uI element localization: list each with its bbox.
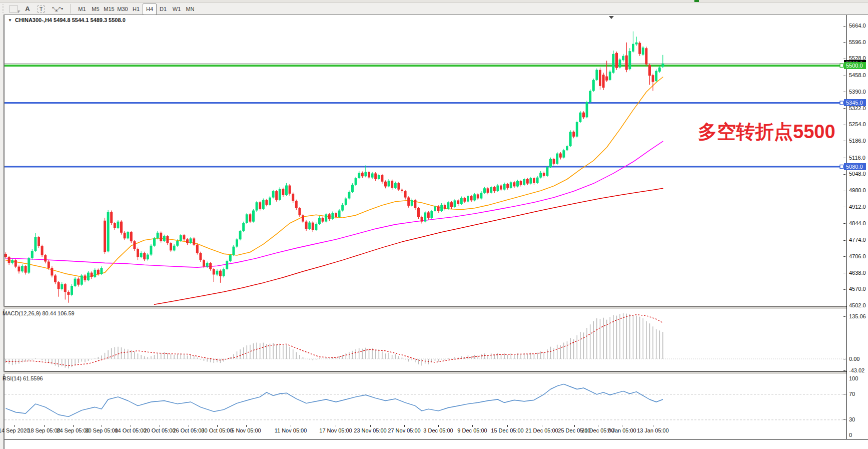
main-chart-canvas[interactable] xyxy=(5,15,846,306)
price-tick[interactable]: 4706.0 xyxy=(849,253,868,259)
price-tick[interactable]: 5048.0 xyxy=(849,171,868,177)
chart-title-collapse-icon[interactable]: ▼ xyxy=(8,18,12,23)
candle-body xyxy=(516,181,519,187)
time-tickmark xyxy=(291,425,291,427)
candle-body xyxy=(289,185,291,193)
price-tickmark xyxy=(843,289,845,290)
candle-body xyxy=(193,238,195,245)
candle-body xyxy=(74,279,77,286)
candle-body xyxy=(595,70,598,80)
time-axis-label[interactable]: 15 Dec 05:00 xyxy=(491,427,523,433)
candle-body xyxy=(295,201,298,208)
candle-body xyxy=(315,224,317,230)
time-axis-label[interactable]: 3 Dec 05:00 xyxy=(423,427,453,433)
candle-body xyxy=(282,189,284,195)
price-tick[interactable]: 5390.0 xyxy=(849,89,868,95)
timeframe-button-mn[interactable]: MN xyxy=(183,4,197,15)
candle-body xyxy=(628,51,631,69)
toolbar: F A T ⤡⤢ ▾ M1M5M15M30H1H4D1W1MN xyxy=(0,3,868,15)
macd-axis-label: 135.06 xyxy=(849,313,866,319)
price-tick[interactable]: 4774.0 xyxy=(849,237,868,243)
timeframe-button-m30[interactable]: M30 xyxy=(116,4,130,15)
price-tick[interactable]: 4502.0 xyxy=(849,302,868,308)
candle-body xyxy=(292,194,294,201)
timeframe-button-m1[interactable]: M1 xyxy=(75,4,89,15)
text-tool-button[interactable]: T xyxy=(35,4,47,14)
price-tick[interactable]: 4638.0 xyxy=(849,270,868,276)
candle-body xyxy=(223,269,225,276)
price-tick[interactable]: 5254.0 xyxy=(849,121,868,127)
candle-body xyxy=(569,132,572,146)
time-axis-label[interactable]: 20 Oct 05:00 xyxy=(144,427,176,433)
candle-body xyxy=(64,284,67,292)
price-tick[interactable]: 5458.0 xyxy=(849,72,868,78)
time-axis-label[interactable]: 14 Oct 05:00 xyxy=(115,427,147,433)
price-tick[interactable]: 4980.0 xyxy=(849,187,868,193)
candle-body xyxy=(279,189,281,200)
time-axis-label[interactable]: 23 Nov 05:00 xyxy=(354,427,386,433)
candle-body xyxy=(94,270,96,277)
candle-body xyxy=(661,64,664,67)
shapes-dropdown-button[interactable]: ⤡⤢ ▾ xyxy=(49,4,66,14)
price-tick[interactable]: 5116.0 xyxy=(849,155,868,161)
template-button[interactable]: F xyxy=(7,4,20,14)
time-axis-label[interactable]: 27 Nov 05:00 xyxy=(388,427,420,433)
candle-body xyxy=(586,102,588,117)
time-axis-label[interactable]: 18 Sep 05:00 xyxy=(28,427,60,433)
price-tick[interactable]: 4844.0 xyxy=(849,220,868,226)
candle-body xyxy=(424,212,426,221)
timeframe-button-h4[interactable]: H4 xyxy=(143,4,157,15)
candle-body xyxy=(97,270,100,274)
candle-body xyxy=(219,271,222,276)
time-axis-label[interactable]: 13 Jan 05:00 xyxy=(637,427,669,433)
candle-body xyxy=(381,175,383,182)
time-tickmark xyxy=(246,425,247,427)
candle-body xyxy=(5,254,7,257)
price-tickmark xyxy=(843,223,845,224)
candle-body xyxy=(473,194,476,200)
price-tick[interactable]: 5664.0 xyxy=(849,23,868,29)
time-axis-label[interactable]: 21 Dec 05:00 xyxy=(525,427,558,433)
timeframe-button-h1[interactable]: H1 xyxy=(129,4,143,15)
annotation-text-object[interactable]: 多空转折点5500 xyxy=(698,119,835,145)
time-axis-label[interactable]: 30 Sep 05:00 xyxy=(85,427,118,433)
candle-body xyxy=(619,60,621,68)
candle-body xyxy=(493,187,496,191)
candle-body xyxy=(368,172,370,178)
time-axis-label[interactable]: 9 Dec 05:00 xyxy=(457,427,487,433)
price-tick[interactable]: 4570.0 xyxy=(849,286,868,292)
price-tick[interactable]: 4912.0 xyxy=(849,204,868,210)
price-tick[interactable]: 5596.0 xyxy=(849,39,868,45)
time-axis-label[interactable]: 17 Nov 05:00 xyxy=(319,427,352,433)
candle-body xyxy=(170,243,172,250)
time-axis-label[interactable]: 14 Sep 2020 xyxy=(0,427,30,433)
time-axis-label[interactable]: 5 Nov 05:00 xyxy=(231,427,261,433)
time-axis-label[interactable]: 11 Nov 05:00 xyxy=(275,427,307,433)
time-axis-label[interactable]: 24 Sep 05:00 xyxy=(57,427,89,433)
candle-body xyxy=(236,239,238,246)
candle-body xyxy=(298,208,301,215)
candle-body xyxy=(252,211,255,222)
time-axis-label[interactable]: 7 Jan 05:00 xyxy=(607,427,636,433)
time-axis-label[interactable]: 26 Oct 05:00 xyxy=(173,427,205,433)
timeframe-button-m5[interactable]: M5 xyxy=(89,4,103,15)
macd-panel-canvas[interactable] xyxy=(5,308,846,371)
candle-body xyxy=(609,72,611,80)
chart-shift-marker[interactable] xyxy=(609,16,614,19)
candle-body xyxy=(153,238,156,245)
timeframe-button-d1[interactable]: D1 xyxy=(156,4,170,15)
candle-body xyxy=(302,215,304,222)
candle-body xyxy=(384,182,387,187)
candle-body xyxy=(592,80,595,91)
time-axis-label[interactable]: 30 Oct 05:00 xyxy=(202,427,233,433)
panel-splitter-rsi[interactable] xyxy=(4,371,868,374)
timeframe-button-m15[interactable]: M15 xyxy=(102,4,116,15)
text-label-button[interactable]: A xyxy=(22,4,33,14)
candle-body xyxy=(500,185,502,189)
candle-body xyxy=(81,275,83,284)
candle-body xyxy=(110,212,113,223)
panel-splitter-macd[interactable] xyxy=(4,306,868,309)
timeframe-button-w1[interactable]: W1 xyxy=(170,4,184,15)
price-tick[interactable]: 5186.0 xyxy=(849,138,868,144)
toolbar-grip[interactable] xyxy=(2,4,5,13)
